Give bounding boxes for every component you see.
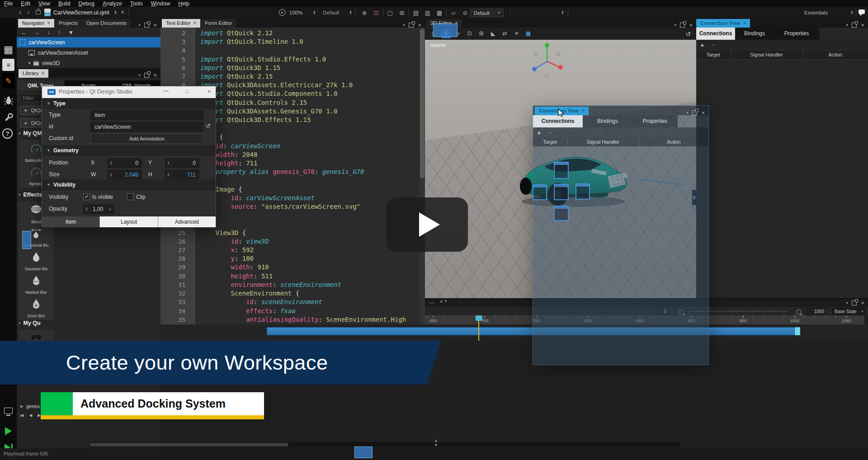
tree-row-view3D[interactable]: ▾view3D: [17, 58, 160, 68]
column-header-signal-handler[interactable]: Signal Handler: [731, 50, 803, 59]
chevron-down-icon[interactable]: ▾: [138, 23, 140, 28]
library-section-my-qu[interactable]: ▾My Qu: [19, 320, 41, 326]
connection-tab-bindings[interactable]: Bindings: [583, 115, 632, 127]
connection-tab-properties[interactable]: Properties: [774, 28, 819, 40]
menu-view[interactable]: View: [34, 0, 54, 7]
preview-icon[interactable]: [2, 404, 14, 417]
menu-window[interactable]: Window: [147, 0, 175, 7]
column-header-signal-handler[interactable]: Signal Handler: [567, 137, 639, 146]
close-icon[interactable]: ×: [743, 19, 746, 28]
reset-id-icon[interactable]: ↺: [206, 122, 211, 129]
spacing-stepper[interactable]: ▲▼: [561, 10, 564, 14]
opacity-field[interactable]: ▲▼ 1,00 ▼: [83, 204, 114, 214]
undock-icon[interactable]: [409, 23, 414, 28]
filter-icon[interactable]: ▼: [68, 29, 74, 36]
undock-icon[interactable]: [680, 23, 685, 28]
clip-checkbox[interactable]: [127, 193, 134, 200]
close-icon[interactable]: ×: [861, 23, 864, 28]
video-play-button[interactable]: [387, 197, 468, 252]
tools-icon[interactable]: [2, 111, 14, 123]
debug-mode-icon[interactable]: [2, 94, 14, 106]
back-icon[interactable]: ←: [21, 29, 27, 36]
go-start-icon[interactable]: |◀: [19, 413, 24, 418]
zoom-stepper[interactable]: ▲▼: [313, 10, 316, 14]
prev-frame-icon[interactable]: ◀: [29, 413, 32, 418]
chevron-down-icon[interactable]: ▾: [846, 300, 848, 305]
connection-tab-connections[interactable]: Connections: [696, 28, 735, 40]
minimize-icon[interactable]: —: [163, 88, 169, 94]
section-type[interactable]: ▼Type: [42, 98, 216, 109]
tab-library[interactable]: Library×: [19, 69, 48, 78]
menu-tools[interactable]: Tools: [126, 0, 147, 7]
library-section-my-qm[interactable]: ▾My QM: [19, 130, 42, 136]
splitter-collapse-icons[interactable]: ▲▼: [434, 438, 439, 447]
splitter-arrows-icon[interactable]: ▲▼: [439, 299, 448, 303]
library-item-zoom blur[interactable]: Zoom Blur: [19, 296, 54, 320]
kit-selector[interactable]: Default: [323, 10, 339, 15]
undo-icon[interactable]: ↺: [685, 30, 691, 38]
keyframe-bar-end-cap[interactable]: [795, 327, 800, 335]
undock-icon[interactable]: [144, 73, 149, 78]
menu-debug[interactable]: Debug: [75, 0, 99, 7]
close-icon[interactable]: ×: [689, 23, 693, 28]
tab-navigator-navigator[interactable]: Navigator×: [18, 19, 54, 28]
h-field[interactable]: ▲▼ 711: [165, 170, 199, 180]
scale-tool-icon[interactable]: ⊡: [465, 29, 474, 38]
column-header-action[interactable]: Action: [803, 50, 868, 59]
run-preview-icon[interactable]: ▸: [279, 9, 286, 16]
workspace-selector[interactable]: Essentials: [804, 10, 828, 15]
section-visibility[interactable]: ▼Visibility: [42, 179, 216, 190]
workspace-grid-icon[interactable]: ▦: [2, 43, 14, 56]
move-down-icon[interactable]: ↓: [47, 29, 50, 36]
library-section-effects[interactable]: ▾Effects: [19, 192, 42, 198]
selection-box[interactable]: [533, 184, 547, 200]
selection-box[interactable]: [554, 162, 569, 179]
dialog-tab-layout[interactable]: Layout: [99, 216, 157, 227]
add-connection-button[interactable]: +: [700, 41, 704, 49]
chevron-down-icon[interactable]: ▾: [686, 110, 688, 115]
selection-box[interactable]: [554, 184, 569, 200]
axis-gizmo[interactable]: [530, 41, 564, 80]
maximize-icon[interactable]: □: [186, 89, 189, 94]
expander-icon[interactable]: ▾: [28, 61, 30, 65]
kit-stepper[interactable]: ▲▼: [349, 10, 352, 14]
connection-view-floating[interactable]: Connection View×▾×ConnectionsBindingsPro…: [533, 105, 709, 365]
close-icon[interactable]: ×: [418, 23, 421, 28]
effects-off-icon[interactable]: ⊘: [460, 9, 470, 16]
remove-connection-button[interactable]: −: [712, 41, 715, 48]
tab-texteditor-form-editor[interactable]: Form Editor: [201, 19, 236, 28]
run-icon[interactable]: [2, 425, 14, 437]
collapse-icon[interactable]: —: [429, 300, 434, 305]
library-item-gaussian blu[interactable]: Gaussian Blu: [19, 249, 54, 273]
close-icon[interactable]: ×: [153, 23, 157, 28]
menu-build[interactable]: Build: [54, 0, 75, 7]
dialog-tab-advanced[interactable]: Advanced: [158, 216, 216, 227]
document-switcher[interactable]: ▲▼: [114, 10, 117, 14]
close-icon[interactable]: ×: [861, 300, 864, 305]
camera-align-icon[interactable]: ◣: [488, 29, 498, 38]
y-field[interactable]: ▲▼ 0: [165, 158, 199, 168]
close-icon[interactable]: ×: [208, 88, 211, 95]
chevron-down-icon[interactable]: ▾: [138, 73, 140, 78]
workspace-stepper[interactable]: ▲▼: [850, 10, 854, 14]
selection-box[interactable]: [554, 206, 569, 221]
move-up-icon[interactable]: ↑: [58, 29, 61, 36]
horizontal-scrollbar[interactable]: [89, 442, 681, 447]
menu-analyze[interactable]: Analyze: [99, 0, 126, 7]
zoom-in-icon[interactable]: [796, 310, 801, 314]
document-title[interactable]: CarViewScreen.ui.qml: [53, 9, 109, 16]
zoom-level[interactable]: 100%: [289, 10, 302, 15]
chevron-down-icon[interactable]: ▾: [403, 23, 405, 28]
w-field[interactable]: ▲▼ 2.048: [108, 170, 142, 180]
close-icon[interactable]: ×: [153, 73, 157, 78]
light-toggle-icon[interactable]: ☀: [512, 29, 521, 38]
feedback-icon[interactable]: [859, 9, 865, 14]
close-icon[interactable]: ×: [47, 19, 50, 28]
close-icon[interactable]: ×: [193, 19, 196, 28]
type-field[interactable]: Item: [90, 110, 203, 120]
end-frame-field[interactable]: 1000: [806, 308, 826, 315]
design-mode-icon[interactable]: ✎: [2, 73, 14, 89]
add-item-icon[interactable]: ⊞: [397, 9, 407, 16]
tab-texteditor-text-editor[interactable]: Text Editor×: [162, 19, 200, 28]
add-connection-button[interactable]: +: [537, 129, 541, 136]
